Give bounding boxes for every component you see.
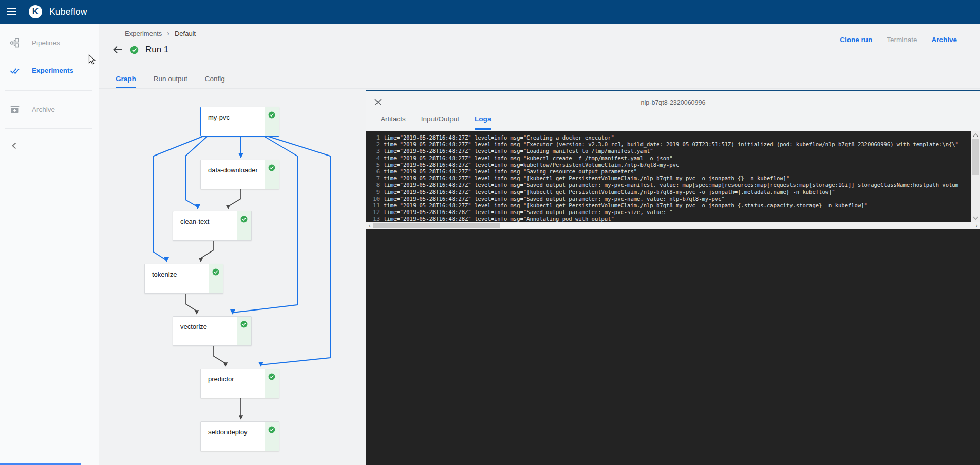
top-app-bar: K Kubeflow bbox=[0, 0, 980, 24]
graph-edge-vectorize-to-predictor bbox=[214, 346, 225, 366]
scroll-down-icon[interactable] bbox=[973, 215, 978, 220]
log-line-number: 7 bbox=[371, 175, 380, 182]
log-vertical-scrollbar[interactable] bbox=[971, 131, 980, 222]
graph-node-my-pvc[interactable]: my-pvc bbox=[200, 107, 279, 137]
log-line: 9time="2019-05-28T16:48:27Z" level=info … bbox=[371, 189, 971, 196]
node-status-success-icon bbox=[268, 426, 275, 433]
graph-node-label: data-downloader bbox=[208, 166, 258, 174]
log-line-number: 13 bbox=[371, 216, 380, 222]
log-line: 7time="2019-05-28T16:48:27Z" level=info … bbox=[371, 175, 971, 182]
hamburger-menu-icon[interactable] bbox=[0, 0, 24, 24]
tab-config[interactable]: Config bbox=[205, 75, 225, 88]
run-header: Run 1 bbox=[112, 44, 168, 55]
scroll-left-icon[interactable]: ‹ bbox=[366, 222, 373, 229]
archive-icon bbox=[10, 104, 20, 114]
sidebar-item-label: Experiments bbox=[32, 67, 73, 74]
sidebar-item-label: Pipelines bbox=[32, 39, 60, 47]
log-line-text: time="2019-05-28T16:48:27Z" level=info m… bbox=[384, 196, 725, 202]
node-status-success-icon bbox=[240, 321, 248, 328]
graph-node-label: seldondeploy bbox=[208, 428, 248, 436]
log-horizontal-scrollbar[interactable]: ‹ › bbox=[366, 222, 980, 229]
log-line: 8time="2019-05-28T16:48:27Z" level=info … bbox=[371, 182, 971, 188]
log-line-number: 4 bbox=[371, 155, 380, 162]
node-status-strip bbox=[237, 211, 251, 240]
log-line-number: 5 bbox=[371, 162, 380, 168]
graph-node-data-downloader[interactable]: data-downloader bbox=[200, 160, 279, 189]
graph-node-label: predictor bbox=[208, 375, 234, 383]
run-status-success-icon bbox=[130, 46, 139, 54]
breadcrumb-experiments[interactable]: Experiments bbox=[125, 30, 162, 37]
vertical-scroll-thumb[interactable] bbox=[972, 139, 979, 175]
log-line-text: time="2019-05-28T16:48:27Z" level=info m… bbox=[384, 134, 614, 141]
tab-input-output[interactable]: Input/Output bbox=[421, 115, 459, 130]
log-line-text: time="2019-05-28T16:48:27Z" level=info m… bbox=[384, 162, 679, 168]
graph-edges bbox=[99, 89, 366, 465]
log-line-number: 10 bbox=[371, 196, 380, 202]
breadcrumb-separator-icon: › bbox=[167, 29, 169, 37]
graph-node-label: vectorize bbox=[180, 323, 207, 331]
tab-logs[interactable]: Logs bbox=[475, 115, 491, 130]
graph-node-tokenize[interactable]: tokenize bbox=[144, 264, 223, 294]
scroll-up-icon[interactable] bbox=[973, 134, 978, 139]
sidebar-collapse-button[interactable] bbox=[5, 138, 24, 154]
tab-run-output[interactable]: Run output bbox=[154, 75, 187, 88]
sidebar-item-pipelines[interactable]: Pipelines bbox=[0, 31, 98, 54]
log-line-text: time="2019-05-28T16:48:27Z" level=info m… bbox=[384, 148, 653, 154]
graph-node-clean-text[interactable]: clean-text bbox=[173, 211, 252, 241]
pipeline-graph: my-pvcdata-downloaderclean-texttokenizev… bbox=[99, 89, 366, 465]
sidebar-divider bbox=[5, 128, 92, 129]
node-status-success-icon bbox=[268, 164, 275, 171]
graph-edge-my-pvc-to-tokenize bbox=[154, 137, 202, 262]
node-status-strip bbox=[265, 107, 279, 136]
run-title: Run 1 bbox=[145, 45, 168, 55]
log-line-text: time="2019-05-28T16:48:27Z" level=info m… bbox=[384, 155, 673, 162]
node-status-strip bbox=[237, 317, 251, 345]
tab-artifacts[interactable]: Artifacts bbox=[381, 115, 406, 130]
breadcrumb-default[interactable]: Default bbox=[175, 30, 196, 37]
clone-run-button[interactable]: Clone run bbox=[840, 36, 872, 44]
log-line-text: time="2019-05-28T16:48:27Z" level=info m… bbox=[384, 182, 958, 188]
terminate-button[interactable]: Terminate bbox=[887, 36, 917, 44]
horizontal-scroll-thumb[interactable] bbox=[373, 223, 500, 228]
log-line-text: time="2019-05-28T16:48:27Z" level=info m… bbox=[384, 168, 637, 175]
log-line-number: 6 bbox=[371, 168, 380, 175]
log-line: 5time="2019-05-28T16:48:27Z" level=info … bbox=[371, 162, 971, 168]
graph-edge-clean-text-to-tokenize bbox=[201, 241, 214, 262]
graph-node-seldondeploy[interactable]: seldondeploy bbox=[200, 421, 279, 451]
scroll-right-icon[interactable]: › bbox=[973, 222, 980, 229]
sidebar-item-label: Archive bbox=[32, 106, 55, 113]
kubeflow-logo-icon: K bbox=[29, 5, 42, 18]
graph-node-label: tokenize bbox=[152, 270, 177, 278]
graph-node-vectorize[interactable]: vectorize bbox=[173, 316, 252, 346]
kubeflow-app: K Kubeflow Pipelines Experiments bbox=[0, 0, 980, 465]
log-lines: 1time="2019-05-28T16:48:27Z" level=info … bbox=[371, 134, 971, 222]
sidebar-item-experiments[interactable]: Experiments bbox=[0, 59, 98, 82]
log-line-number: 3 bbox=[371, 148, 380, 154]
log-line-number: 1 bbox=[371, 134, 380, 141]
graph-node-predictor[interactable]: predictor bbox=[200, 369, 279, 398]
sidebar-item-archive[interactable]: Archive bbox=[0, 98, 98, 121]
log-line-number: 2 bbox=[371, 141, 380, 148]
log-line-number: 12 bbox=[371, 209, 380, 216]
log-line: 11time="2019-05-28T16:48:27Z" level=info… bbox=[371, 202, 971, 209]
node-details-title: nlp-b7qt8-2320060996 bbox=[366, 99, 980, 106]
breadcrumb: Experiments › Default bbox=[125, 29, 196, 37]
main-content: Experiments › Default Run 1 Clone run Te… bbox=[99, 24, 980, 465]
tab-graph[interactable]: Graph bbox=[116, 75, 136, 88]
log-line-number: 9 bbox=[371, 189, 380, 196]
graph-node-label: clean-text bbox=[180, 218, 209, 225]
app-title: Kubeflow bbox=[49, 7, 87, 17]
node-details-tabs: Artifacts Input/Output Logs bbox=[366, 115, 980, 130]
node-status-strip bbox=[265, 422, 279, 451]
log-line-number: 8 bbox=[371, 182, 380, 188]
experiments-icon bbox=[10, 65, 20, 75]
run-actions: Clone run Terminate Archive bbox=[840, 36, 957, 44]
sidebar-bottom-scroll-indicator bbox=[0, 463, 81, 465]
run-tabs: Graph Run output Config bbox=[99, 75, 980, 89]
log-line: 3time="2019-05-28T16:48:27Z" level=info … bbox=[371, 148, 971, 154]
graph-edge-tokenize-to-vectorize bbox=[185, 294, 197, 314]
archive-button[interactable]: Archive bbox=[931, 36, 957, 44]
back-arrow-icon[interactable] bbox=[112, 44, 123, 55]
log-line: 6time="2019-05-28T16:48:27Z" level=info … bbox=[371, 168, 971, 175]
log-line-text: time="2019-05-28T16:48:27Z" level=info m… bbox=[384, 189, 835, 196]
